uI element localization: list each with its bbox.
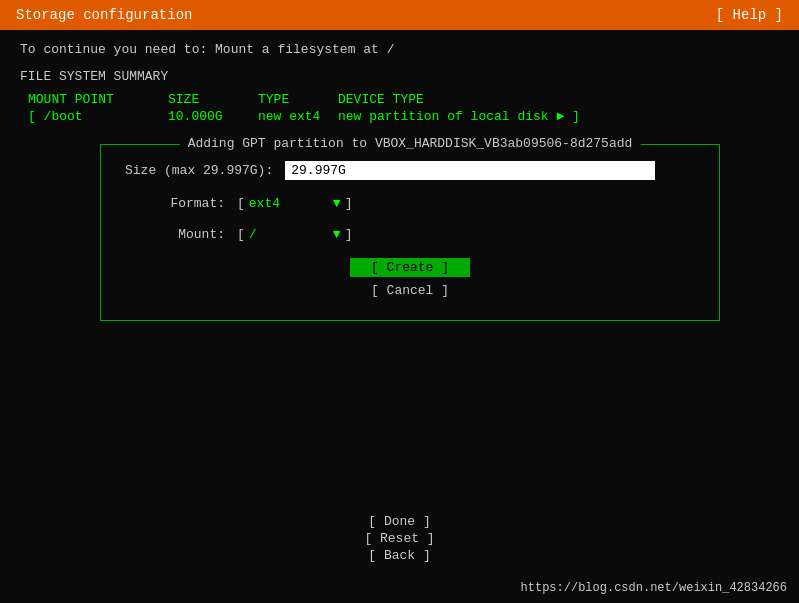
help-button[interactable]: [ Help ] xyxy=(716,7,783,23)
instruction-text: To continue you need to: Mount a filesys… xyxy=(20,42,779,57)
size-input[interactable] xyxy=(285,161,655,180)
fs-table-header: MOUNT POINT SIZE TYPE DEVICE TYPE xyxy=(28,92,779,107)
mount-row: Mount: [ / ▼ ] xyxy=(125,227,695,242)
format-dropdown[interactable]: [ ext4 ▼ ] xyxy=(237,196,352,211)
mount-label: Mount: xyxy=(125,227,225,242)
fs-table: MOUNT POINT SIZE TYPE DEVICE TYPE [ /boo… xyxy=(28,92,779,124)
row-type: new ext4 xyxy=(258,109,338,124)
format-arrow: ▼ xyxy=(333,196,341,211)
mount-arrow: ▼ xyxy=(333,227,341,242)
bracket-open: [ xyxy=(237,227,245,242)
row-device: new partition of local disk ► ] xyxy=(338,109,638,124)
footer-url: https://blog.csdn.net/weixin_42834266 xyxy=(521,581,787,595)
main-content: To continue you need to: Mount a filesys… xyxy=(0,30,799,353)
col-header-mount: MOUNT POINT xyxy=(28,92,168,107)
col-header-type: TYPE xyxy=(258,92,338,107)
bracket-close: ] xyxy=(345,227,353,242)
col-header-size: SIZE xyxy=(168,92,258,107)
row-size: 10.000G xyxy=(168,109,258,124)
format-label: Format: xyxy=(125,196,225,211)
col-header-device: DEVICE TYPE xyxy=(338,92,638,107)
mount-dropdown[interactable]: [ / ▼ ] xyxy=(237,227,352,242)
format-value: ext4 xyxy=(249,196,329,211)
format-row: Format: [ ext4 ▼ ] xyxy=(125,196,695,211)
cancel-button[interactable]: [ Cancel ] xyxy=(350,281,470,300)
bottom-buttons: [ Done ] [ Reset ] [ Back ] xyxy=(350,514,450,563)
dialog-box: Adding GPT partition to VBOX_HARDDISK_VB… xyxy=(100,144,720,321)
window-title: Storage configuration xyxy=(16,7,192,23)
create-button[interactable]: [ Create ] xyxy=(350,258,470,277)
dialog-title: Adding GPT partition to VBOX_HARDDISK_VB… xyxy=(180,136,641,151)
reset-button[interactable]: [ Reset ] xyxy=(350,531,450,546)
title-bar: Storage configuration [ Help ] xyxy=(0,0,799,30)
done-button[interactable]: [ Done ] xyxy=(350,514,450,529)
row-mount: [ /boot xyxy=(28,109,168,124)
size-row: Size (max 29.997G): xyxy=(125,161,695,180)
bracket-open: [ xyxy=(237,196,245,211)
table-row: [ /boot 10.000G new ext4 new partition o… xyxy=(28,109,779,124)
size-label: Size (max 29.997G): xyxy=(125,163,273,178)
back-button[interactable]: [ Back ] xyxy=(350,548,450,563)
mount-value: / xyxy=(249,227,329,242)
bracket-close: ] xyxy=(345,196,353,211)
dialog-buttons: [ Create ] [ Cancel ] xyxy=(125,258,695,300)
fs-summary-label: FILE SYSTEM SUMMARY xyxy=(20,69,779,84)
